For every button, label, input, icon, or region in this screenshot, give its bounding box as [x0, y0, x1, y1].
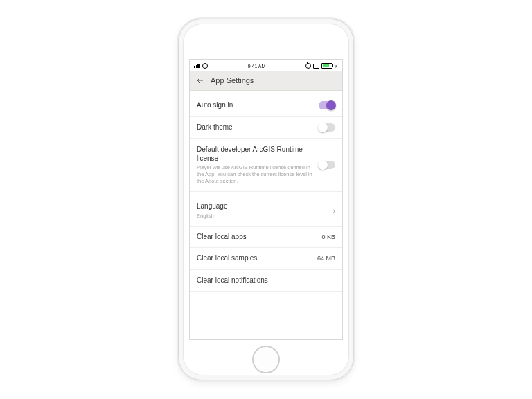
runtime-license-sub: Player will use ArcGIS Runtime license d… — [197, 164, 313, 184]
dark-theme-label: Dark theme — [197, 123, 313, 132]
alarm-icon — [305, 63, 311, 69]
chevron-right-icon: › — [333, 207, 335, 215]
clear-samples-label: Clear local samples — [197, 254, 312, 263]
nav-bar: App Settings — [190, 71, 342, 91]
auto-sign-in-label: Auto sign in — [197, 101, 313, 110]
clear-apps-value: 0 KB — [321, 233, 335, 240]
status-time: 9:41 AM — [248, 64, 266, 69]
signal-icon — [194, 64, 200, 68]
phone-frame: 9:41 AM ⚡︎ App Settings — [178, 19, 354, 380]
row-clear-local-apps[interactable]: Clear local apps 0 KB — [190, 227, 342, 249]
orientation-lock-icon — [313, 64, 319, 69]
back-button[interactable] — [195, 76, 204, 85]
refresh-icon — [202, 63, 208, 69]
clear-notifications-label: Clear local notifications — [197, 276, 335, 285]
home-button[interactable] — [252, 346, 280, 373]
clear-apps-label: Clear local apps — [197, 233, 316, 242]
row-clear-local-samples[interactable]: Clear local samples 64 MB — [190, 248, 342, 270]
row-auto-sign-in[interactable]: Auto sign in — [190, 95, 342, 117]
row-language[interactable]: Language English › — [190, 196, 342, 226]
battery-icon — [321, 63, 332, 69]
settings-list: Auto sign in Dark theme Default develope… — [190, 91, 342, 339]
runtime-license-toggle[interactable] — [319, 161, 335, 169]
language-label: Language — [197, 202, 328, 211]
charging-icon: ⚡︎ — [335, 64, 338, 69]
arrow-left-icon — [195, 76, 204, 85]
auto-sign-in-toggle[interactable] — [319, 101, 335, 109]
page-title: App Settings — [211, 76, 254, 85]
row-clear-local-notifications[interactable]: Clear local notifications — [190, 270, 342, 292]
row-dark-theme[interactable]: Dark theme — [190, 117, 342, 139]
language-value: English — [197, 213, 328, 220]
runtime-license-label: Default developer ArcGIS Runtime license — [197, 145, 313, 163]
screen: 9:41 AM ⚡︎ App Settings — [189, 59, 343, 340]
dark-theme-toggle[interactable] — [319, 123, 335, 132]
row-runtime-license[interactable]: Default developer ArcGIS Runtime license… — [190, 139, 342, 192]
clear-samples-value: 64 MB — [317, 255, 335, 262]
status-bar: 9:41 AM ⚡︎ — [190, 60, 342, 71]
